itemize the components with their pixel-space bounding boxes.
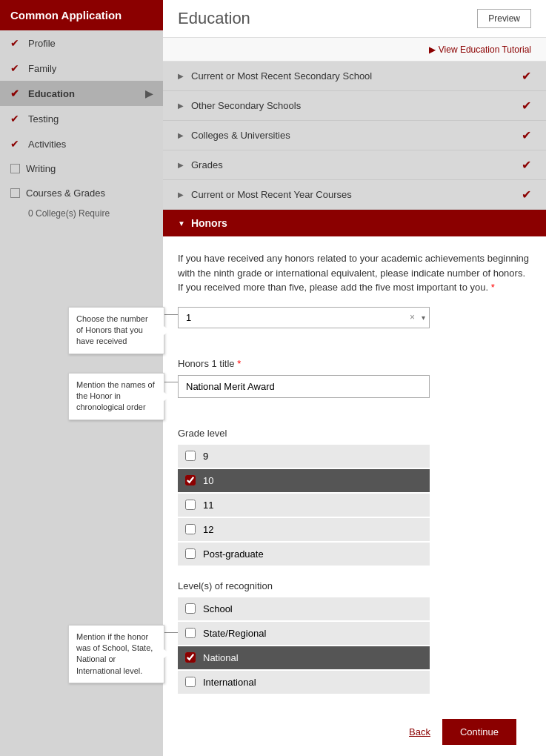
recognition-label-national: National [203, 652, 239, 663]
honors-header-label: Honors [191, 217, 227, 229]
section-row-year-courses[interactable]: ▶ Current or Most Recent Year Courses ✔ [163, 180, 546, 210]
check-icon-profile: ✔ [10, 37, 22, 49]
sidebar-item-family[interactable]: ✔ Family [0, 56, 163, 81]
grade-checkbox-11[interactable] [185, 500, 196, 510]
grade-level-title: Grade level [178, 428, 531, 439]
section-row-colleges[interactable]: ▶ Colleges & Universities ✔ [163, 121, 546, 150]
sidebar-item-activities[interactable]: ✔ Activities [0, 131, 163, 156]
sidebar-item-testing[interactable]: ✔ Testing [0, 106, 163, 131]
main-content: Education Preview View Education Tutoria… [163, 0, 546, 756]
check-icon-activities: ✔ [10, 138, 22, 150]
recognition-row-school: School [178, 597, 430, 620]
tutorial-link[interactable]: View Education Tutorial [429, 44, 531, 55]
recognition-label-school: School [203, 603, 233, 614]
honors-count-select[interactable]: 1 2 3 4 5 [178, 307, 430, 328]
continue-button[interactable]: Continue [442, 719, 516, 745]
grade-label-12: 12 [203, 524, 213, 535]
recognition-checkbox-state[interactable] [185, 628, 196, 638]
tutorial-bar: View Education Tutorial [163, 38, 546, 62]
page-title: Education [178, 9, 250, 28]
honors-arrow-icon: ▼ [178, 219, 185, 228]
sidebar-item-profile[interactable]: ✔ Profile [0, 30, 163, 56]
grade-row-12: 12 [178, 518, 430, 541]
honors-title-input[interactable] [178, 375, 430, 398]
section-row-grades[interactable]: ▶ Grades ✔ [163, 150, 546, 180]
honors-count-container: Choose the number of Honors that you hav… [178, 307, 531, 343]
recognition-title: Level(s) of recognition [178, 580, 531, 591]
grade-checkbox-9[interactable] [185, 451, 196, 461]
sidebar-label-writing: Writing [26, 163, 56, 174]
select-arrow-icon: ▾ [422, 314, 425, 322]
sidebar-label-family: Family [28, 63, 56, 74]
section-label-colleges: Colleges & Universities [191, 130, 514, 141]
grade-row-10: 10 [178, 469, 430, 492]
tooltip2-line [164, 382, 178, 382]
honors-title-field-wrapper: Honors 1 title * [178, 358, 531, 413]
section-label-grades: Grades [191, 159, 514, 170]
recognition-checkbox-national[interactable] [185, 652, 196, 663]
honors-description-text: If you have received any honors related … [178, 253, 529, 293]
arrow-icon-other-schools: ▶ [178, 102, 184, 110]
sidebar-label-activities: Activities [28, 139, 66, 150]
tooltip3-line [164, 632, 178, 633]
grade-row-9: 9 [178, 445, 430, 468]
grade-checkbox-12[interactable] [185, 524, 196, 534]
arrow-icon-grades: ▶ [178, 161, 184, 169]
courses-sub: 0 College(s) Require [0, 205, 163, 222]
sidebar-item-courses[interactable]: Courses & Grades [0, 181, 163, 205]
sidebar-label-education: Education [28, 88, 75, 99]
recognition-section: Level(s) of recognition School State/Reg… [178, 580, 531, 694]
arrow-icon-colleges: ▶ [178, 131, 184, 139]
section-row-current-school[interactable]: ▶ Current or Most Recent Secondary Schoo… [163, 62, 546, 91]
sidebar-label-profile: Profile [28, 38, 56, 49]
sidebar-item-education[interactable]: ✔ Education [0, 81, 163, 106]
check-icon-testing: ✔ [10, 113, 22, 125]
check-icon-writing [10, 164, 20, 173]
recognition-row-national: National [178, 646, 430, 669]
check-icon-education: ✔ [10, 87, 22, 99]
grade-row-11: 11 [178, 494, 430, 517]
checkmark-colleges: ✔ [522, 128, 531, 142]
checkmark-year-courses: ✔ [522, 188, 531, 202]
section-row-other-schools[interactable]: ▶ Other Secondary Schools ✔ [163, 91, 546, 121]
back-button[interactable]: Back [409, 726, 430, 737]
grade-label-10: 10 [203, 475, 213, 486]
sidebar-label-courses: Courses & Grades [26, 188, 105, 199]
arrow-icon-year-courses: ▶ [178, 190, 184, 199]
checkmark-grades: ✔ [522, 158, 531, 172]
check-icon-courses [10, 188, 20, 198]
checkmark-other-schools: ✔ [522, 99, 531, 113]
preview-button[interactable]: Preview [477, 9, 531, 28]
grade-label-9: 9 [203, 451, 208, 462]
tooltip-honors-count: Choose the number of Honors that you hav… [68, 307, 164, 354]
recognition-container: Mention if the honor was of School, Stat… [178, 580, 531, 694]
sidebar-title: Common Application [10, 9, 121, 21]
recognition-label-international: International [203, 677, 256, 688]
tooltip3-text: Mention if the honor was of School, Stat… [76, 632, 153, 675]
bottom-nav: Back Continue [178, 712, 531, 757]
honors-title-label-text: Honors 1 title [178, 358, 235, 369]
tooltip-honors-name: Mention the names of the Honor in chrono… [68, 373, 164, 420]
recognition-checkbox-international[interactable] [185, 677, 196, 687]
grade-label-11: 11 [203, 500, 213, 511]
honors-header[interactable]: ▼ Honors [163, 210, 546, 236]
check-icon-family: ✔ [10, 62, 22, 74]
honors-count-select-wrapper: 1 2 3 4 5 × ▾ [178, 307, 430, 328]
required-marker-desc: * [491, 282, 495, 293]
honors-body: If you have received any honors related … [163, 236, 546, 756]
checkmark-current-school: ✔ [522, 69, 531, 83]
section-label-current-school: Current or Most Recent Secondary School [191, 70, 514, 82]
recognition-row-international: International [178, 671, 430, 694]
grade-level-section: Grade level 9 10 11 12 Post-graduate [178, 428, 531, 566]
recognition-checkbox-school[interactable] [185, 603, 196, 614]
select-clear-icon[interactable]: × [410, 312, 415, 322]
sidebar-item-writing[interactable]: Writing [0, 156, 163, 181]
tooltip-recognition: Mention if the honor was of School, Stat… [68, 625, 164, 684]
sidebar-label-testing: Testing [28, 113, 59, 125]
section-label-other-schools: Other Secondary Schools [191, 100, 514, 111]
grade-checkbox-postgrad[interactable] [185, 548, 196, 559]
honors-description: If you have received any honors related … [178, 251, 531, 295]
grade-checkbox-10[interactable] [185, 475, 196, 485]
section-label-year-courses: Current or Most Recent Year Courses [191, 189, 514, 200]
tooltip2-text: Mention the names of the Honor in chrono… [76, 380, 155, 412]
